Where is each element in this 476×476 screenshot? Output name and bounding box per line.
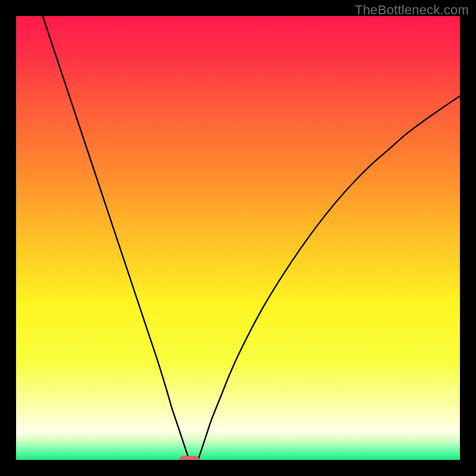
watermark-text: TheBottleneck.com [355,2,469,18]
gradient-background [16,16,460,460]
chart-canvas [16,16,460,460]
plot-area [16,16,460,460]
optimum-marker [179,456,199,460]
chart-frame: TheBottleneck.com [0,0,476,476]
